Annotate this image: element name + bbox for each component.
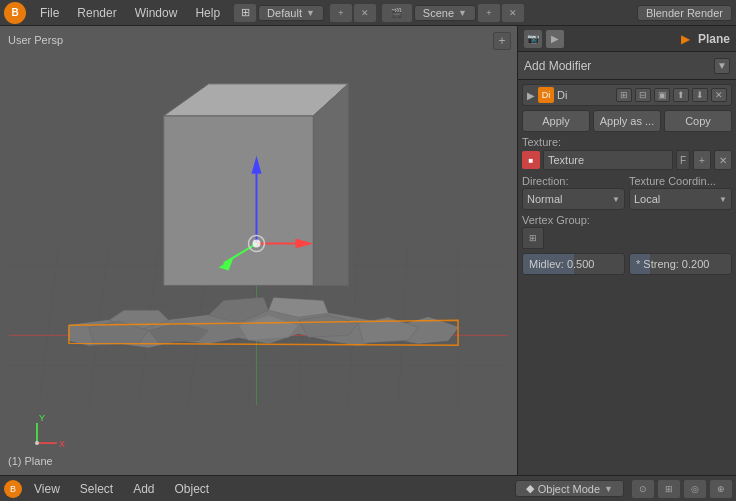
layout-icon: ⊞ (234, 4, 256, 22)
object-mode-icon: ◆ (526, 482, 534, 495)
texcoord-select[interactable]: Local ▼ (629, 188, 732, 210)
plane-mesh-icon: ▶ (681, 32, 690, 46)
texture-color-icon: ■ (522, 151, 540, 169)
main-area: User Persp + (0, 26, 736, 475)
layout-mode[interactable]: Default ▼ (258, 5, 324, 21)
texture-add-btn[interactable]: + (693, 150, 711, 170)
object-mode-button[interactable]: ◆ Object Mode ▼ (515, 480, 624, 497)
svg-marker-26 (164, 116, 314, 286)
bottom-bar: B View Select Add Object ◆ Object Mode ▼… (0, 475, 736, 501)
texture-row: ■ Texture F + ✕ (522, 149, 732, 171)
render-icon-btn[interactable]: ⊞ (616, 88, 632, 102)
scene-chevron-icon: ▼ (458, 8, 467, 18)
expand-icon-btn[interactable]: ⬆ (673, 88, 689, 102)
plane-name-label: Plane (698, 32, 730, 46)
add-modifier-row: Add Modifier ▼ (518, 52, 736, 80)
vertex-group-label: Vertex Group: (522, 214, 732, 226)
camera-icon[interactable]: 📷 (524, 30, 542, 48)
delete-icon-btn[interactable]: ✕ (711, 88, 727, 102)
texture-label: Texture: (522, 136, 732, 148)
midlev-field[interactable]: Midlev: 0.500 (522, 253, 625, 275)
svg-text:X: X (59, 439, 65, 449)
svg-point-39 (35, 441, 39, 445)
streng-field[interactable]: * Streng: 0.200 (629, 253, 732, 275)
proportional-icon[interactable]: ◎ (684, 480, 706, 498)
bottom-menu-add[interactable]: Add (125, 480, 162, 498)
modifier-type-icon: Di (538, 87, 554, 103)
scene-selector[interactable]: Scene ▼ (414, 5, 476, 21)
add-modifier-label: Add Modifier (524, 59, 591, 73)
top-menu-bar: B File Render Window Help ⊞ Default ▼ + … (0, 0, 736, 26)
svg-text:Y: Y (39, 413, 45, 423)
remove-layout-icon[interactable]: ✕ (354, 4, 376, 22)
texcoord-chevron-icon: ▼ (719, 195, 727, 204)
vertex-group-row: ⊞ (522, 227, 732, 249)
texcoord-col: Texture Coordin... Local ▼ (629, 175, 732, 210)
texcoord-label: Texture Coordin... (629, 175, 732, 187)
texture-section: Texture: ■ Texture F + ✕ (522, 136, 732, 171)
apply-as-button[interactable]: Apply as ... (593, 110, 661, 132)
snap-icon[interactable]: ⊞ (658, 480, 680, 498)
cage-icon-btn[interactable]: ▣ (654, 88, 670, 102)
bottom-blender-logo: B (4, 480, 22, 498)
menu-help[interactable]: Help (187, 4, 228, 22)
edit-icon-btn[interactable]: ⊟ (635, 88, 651, 102)
properties-panel: 📷 ▶ ▶ Plane Add Modifier ▼ ▶ Di Di ⊞ ⊟ ▣… (518, 26, 736, 475)
svg-point-36 (253, 240, 261, 248)
status-label: (1) Plane (8, 455, 53, 467)
menu-window[interactable]: Window (127, 4, 186, 22)
blender-logo[interactable]: B (4, 2, 26, 24)
panel-header: 📷 ▶ ▶ Plane (518, 26, 736, 52)
down-icon-btn[interactable]: ⬇ (692, 88, 708, 102)
3d-scene: X Y (0, 26, 517, 475)
direction-col: Direction: Normal ▼ (522, 175, 625, 210)
bottom-menu-object[interactable]: Object (167, 480, 218, 498)
engine-label[interactable]: Blender Render (637, 5, 732, 21)
action-buttons-row: Apply Apply as ... Copy (522, 110, 732, 132)
modifier-header: ▶ Di Di ⊞ ⊟ ▣ ⬆ ⬇ ✕ (522, 84, 732, 106)
texture-remove-btn[interactable]: ✕ (714, 150, 732, 170)
modifier-content: ▶ Di Di ⊞ ⊟ ▣ ⬆ ⬇ ✕ Apply Apply as ... C… (518, 80, 736, 279)
add-scene-icon[interactable]: + (478, 4, 500, 22)
svg-marker-28 (313, 84, 348, 286)
number-fields-row: Midlev: 0.500 * Streng: 0.200 (522, 253, 732, 275)
copy-button[interactable]: Copy (664, 110, 732, 132)
vertex-group-section: Vertex Group: ⊞ (522, 214, 732, 249)
menu-render[interactable]: Render (69, 4, 124, 22)
vertex-group-icon: ⊞ (522, 227, 544, 249)
texture-f-label: F (676, 150, 690, 170)
mode-chevron-icon: ▼ (604, 484, 613, 494)
modifier-collapse-arrow[interactable]: ▶ (527, 90, 535, 101)
add-modifier-button[interactable]: ▼ (714, 58, 730, 74)
bottom-menu-view[interactable]: View (26, 480, 68, 498)
transform-icon[interactable]: ⊕ (710, 480, 732, 498)
bottom-menu-select[interactable]: Select (72, 480, 121, 498)
direction-texcoord-row: Direction: Normal ▼ Texture Coordin... L… (522, 175, 732, 210)
texture-name-field[interactable]: Texture (543, 150, 673, 170)
direction-chevron-icon: ▼ (612, 195, 620, 204)
modifier-type-label: Di (557, 89, 613, 101)
direction-label: Direction: (522, 175, 625, 187)
3d-viewport[interactable]: User Persp + (0, 26, 518, 475)
object-icon[interactable]: ▶ (546, 30, 564, 48)
menu-file[interactable]: File (32, 4, 67, 22)
add-layout-icon[interactable]: + (330, 4, 352, 22)
remove-scene-icon[interactable]: ✕ (502, 4, 524, 22)
apply-button[interactable]: Apply (522, 110, 590, 132)
global-orient-icon[interactable]: ⊙ (632, 480, 654, 498)
layout-chevron-icon: ▼ (306, 8, 315, 18)
direction-select[interactable]: Normal ▼ (522, 188, 625, 210)
scene-icon: 🎬 (382, 4, 412, 22)
